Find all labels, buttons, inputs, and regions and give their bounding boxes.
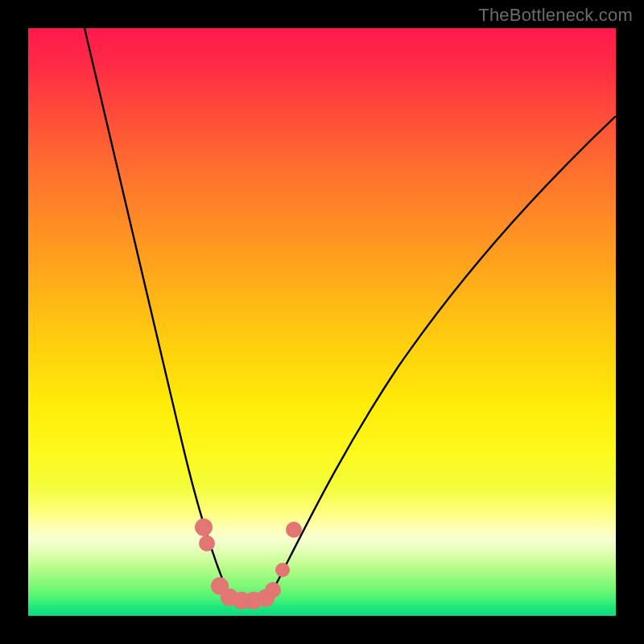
chart-frame: TheBottleneck.com [0, 0, 644, 644]
marker-dot [265, 582, 281, 598]
curves-svg [28, 28, 616, 616]
curve-right [270, 117, 615, 597]
plot-area [28, 28, 616, 616]
marker-dot [199, 535, 215, 551]
marker-dot [286, 522, 302, 538]
marker-dot [195, 518, 213, 536]
watermark-text: TheBottleneck.com [478, 5, 633, 26]
marker-dot [275, 563, 290, 577]
curve-left [85, 28, 229, 597]
